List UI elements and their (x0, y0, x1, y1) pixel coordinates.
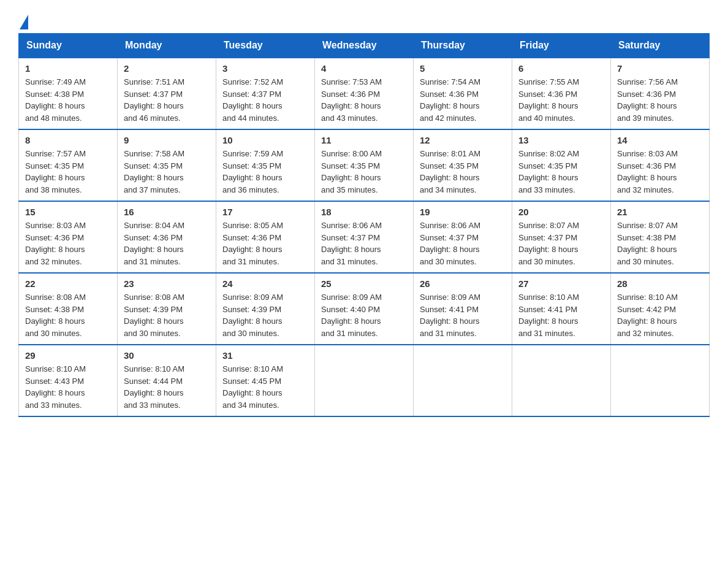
calendar-cell: 19 Sunrise: 8:06 AMSunset: 4:37 PMDaylig… (414, 201, 512, 273)
day-info: Sunrise: 7:56 AMSunset: 4:36 PMDaylight:… (617, 77, 678, 123)
day-info: Sunrise: 8:05 AMSunset: 4:36 PMDaylight:… (222, 221, 283, 266)
weekday-header-monday: Monday (118, 34, 216, 58)
weekday-header-thursday: Thursday (414, 34, 512, 58)
day-info: Sunrise: 7:54 AMSunset: 4:36 PMDaylight:… (420, 77, 480, 123)
day-number: 13 (518, 135, 604, 145)
calendar-cell: 18 Sunrise: 8:06 AMSunset: 4:37 PMDaylig… (315, 201, 414, 273)
day-number: 19 (420, 207, 506, 217)
calendar-cell: 27 Sunrise: 8:10 AMSunset: 4:41 PMDaylig… (512, 273, 611, 345)
calendar-cell (414, 345, 512, 416)
calendar-cell (611, 345, 710, 416)
day-number: 3 (222, 63, 308, 74)
weekday-header-tuesday: Tuesday (216, 34, 315, 58)
day-info: Sunrise: 8:00 AMSunset: 4:35 PMDaylight:… (321, 149, 382, 194)
calendar-cell: 8 Sunrise: 7:57 AMSunset: 4:35 PMDayligh… (19, 129, 118, 201)
calendar-table: SundayMondayTuesdayWednesdayThursdayFrid… (18, 33, 710, 417)
calendar-cell (512, 345, 611, 416)
day-number: 25 (321, 278, 407, 289)
calendar-cell: 14 Sunrise: 8:03 AMSunset: 4:36 PMDaylig… (611, 129, 710, 201)
day-number: 15 (25, 207, 111, 217)
day-info: Sunrise: 8:06 AMSunset: 4:37 PMDaylight:… (420, 221, 480, 266)
calendar-cell: 13 Sunrise: 8:02 AMSunset: 4:35 PMDaylig… (512, 129, 611, 201)
calendar-cell: 16 Sunrise: 8:04 AMSunset: 4:36 PMDaylig… (118, 201, 216, 273)
calendar-week-row: 15 Sunrise: 8:03 AMSunset: 4:36 PMDaylig… (19, 201, 710, 273)
weekday-header-saturday: Saturday (611, 34, 710, 58)
calendar-cell: 7 Sunrise: 7:56 AMSunset: 4:36 PMDayligh… (611, 58, 710, 129)
day-info: Sunrise: 8:01 AMSunset: 4:35 PMDaylight:… (420, 149, 480, 194)
day-info: Sunrise: 8:08 AMSunset: 4:38 PMDaylight:… (25, 293, 86, 338)
day-number: 16 (124, 207, 210, 217)
calendar-cell: 31 Sunrise: 8:10 AMSunset: 4:45 PMDaylig… (216, 345, 315, 416)
calendar-cell: 26 Sunrise: 8:09 AMSunset: 4:41 PMDaylig… (414, 273, 512, 345)
calendar-cell: 30 Sunrise: 8:10 AMSunset: 4:44 PMDaylig… (118, 345, 216, 416)
day-number: 23 (124, 278, 210, 289)
day-info: Sunrise: 8:07 AMSunset: 4:37 PMDaylight:… (518, 221, 579, 266)
day-info: Sunrise: 7:49 AMSunset: 4:38 PMDaylight:… (25, 77, 86, 123)
day-number: 30 (124, 350, 210, 361)
weekday-header-friday: Friday (512, 34, 611, 58)
calendar-week-row: 22 Sunrise: 8:08 AMSunset: 4:38 PMDaylig… (19, 273, 710, 345)
calendar-cell: 22 Sunrise: 8:08 AMSunset: 4:38 PMDaylig… (19, 273, 118, 345)
day-number: 20 (518, 207, 604, 217)
calendar-cell: 2 Sunrise: 7:51 AMSunset: 4:37 PMDayligh… (118, 58, 216, 129)
calendar-cell: 9 Sunrise: 7:58 AMSunset: 4:35 PMDayligh… (118, 129, 216, 201)
day-number: 7 (617, 63, 703, 74)
day-info: Sunrise: 8:03 AMSunset: 4:36 PMDaylight:… (25, 221, 86, 266)
day-info: Sunrise: 7:55 AMSunset: 4:36 PMDaylight:… (518, 77, 579, 123)
calendar-cell: 24 Sunrise: 8:09 AMSunset: 4:39 PMDaylig… (216, 273, 315, 345)
calendar-cell: 23 Sunrise: 8:08 AMSunset: 4:39 PMDaylig… (118, 273, 216, 345)
day-info: Sunrise: 8:03 AMSunset: 4:36 PMDaylight:… (617, 149, 678, 194)
logo (18, 12, 28, 27)
day-info: Sunrise: 8:02 AMSunset: 4:35 PMDaylight:… (518, 149, 579, 194)
calendar-cell (315, 345, 414, 416)
day-info: Sunrise: 8:09 AMSunset: 4:39 PMDaylight:… (222, 293, 283, 338)
day-info: Sunrise: 8:08 AMSunset: 4:39 PMDaylight:… (124, 293, 184, 338)
calendar-cell: 6 Sunrise: 7:55 AMSunset: 4:36 PMDayligh… (512, 58, 611, 129)
day-number: 28 (617, 278, 703, 289)
calendar-cell: 11 Sunrise: 8:00 AMSunset: 4:35 PMDaylig… (315, 129, 414, 201)
logo-triangle-icon (20, 15, 28, 29)
calendar-cell: 12 Sunrise: 8:01 AMSunset: 4:35 PMDaylig… (414, 129, 512, 201)
calendar-cell: 21 Sunrise: 8:07 AMSunset: 4:38 PMDaylig… (611, 201, 710, 273)
weekday-header-sunday: Sunday (19, 34, 118, 58)
day-info: Sunrise: 8:04 AMSunset: 4:36 PMDaylight:… (124, 221, 184, 266)
day-number: 22 (25, 278, 111, 289)
calendar-cell: 4 Sunrise: 7:53 AMSunset: 4:36 PMDayligh… (315, 58, 414, 129)
day-info: Sunrise: 8:10 AMSunset: 4:42 PMDaylight:… (617, 293, 678, 338)
calendar-cell: 10 Sunrise: 7:59 AMSunset: 4:35 PMDaylig… (216, 129, 315, 201)
day-number: 31 (222, 350, 308, 361)
day-info: Sunrise: 7:59 AMSunset: 4:35 PMDaylight:… (222, 149, 283, 194)
weekday-header-wednesday: Wednesday (315, 34, 414, 58)
day-number: 9 (124, 135, 210, 145)
calendar-week-row: 29 Sunrise: 8:10 AMSunset: 4:43 PMDaylig… (19, 345, 710, 416)
day-info: Sunrise: 8:09 AMSunset: 4:40 PMDaylight:… (321, 293, 382, 338)
day-info: Sunrise: 8:09 AMSunset: 4:41 PMDaylight:… (420, 293, 480, 338)
day-info: Sunrise: 7:57 AMSunset: 4:35 PMDaylight:… (25, 149, 86, 194)
day-info: Sunrise: 8:10 AMSunset: 4:45 PMDaylight:… (222, 364, 283, 410)
day-number: 12 (420, 135, 506, 145)
calendar-cell: 15 Sunrise: 8:03 AMSunset: 4:36 PMDaylig… (19, 201, 118, 273)
day-number: 14 (617, 135, 703, 145)
day-info: Sunrise: 7:51 AMSunset: 4:37 PMDaylight:… (124, 77, 184, 123)
day-number: 1 (25, 63, 111, 74)
day-number: 18 (321, 207, 407, 217)
day-info: Sunrise: 8:10 AMSunset: 4:43 PMDaylight:… (25, 364, 86, 410)
calendar-cell: 20 Sunrise: 8:07 AMSunset: 4:37 PMDaylig… (512, 201, 611, 273)
day-number: 17 (222, 207, 308, 217)
day-info: Sunrise: 8:07 AMSunset: 4:38 PMDaylight:… (617, 221, 678, 266)
day-info: Sunrise: 7:58 AMSunset: 4:35 PMDaylight:… (124, 149, 184, 194)
day-number: 6 (518, 63, 604, 74)
calendar-cell: 3 Sunrise: 7:52 AMSunset: 4:37 PMDayligh… (216, 58, 315, 129)
day-info: Sunrise: 8:06 AMSunset: 4:37 PMDaylight:… (321, 221, 382, 266)
day-number: 29 (25, 350, 111, 361)
day-number: 8 (25, 135, 111, 145)
day-number: 26 (420, 278, 506, 289)
calendar-week-row: 8 Sunrise: 7:57 AMSunset: 4:35 PMDayligh… (19, 129, 710, 201)
calendar-cell: 29 Sunrise: 8:10 AMSunset: 4:43 PMDaylig… (19, 345, 118, 416)
day-info: Sunrise: 7:52 AMSunset: 4:37 PMDaylight:… (222, 77, 283, 123)
day-number: 24 (222, 278, 308, 289)
day-info: Sunrise: 8:10 AMSunset: 4:41 PMDaylight:… (518, 293, 579, 338)
day-number: 11 (321, 135, 407, 145)
calendar-cell: 17 Sunrise: 8:05 AMSunset: 4:36 PMDaylig… (216, 201, 315, 273)
calendar-cell: 28 Sunrise: 8:10 AMSunset: 4:42 PMDaylig… (611, 273, 710, 345)
